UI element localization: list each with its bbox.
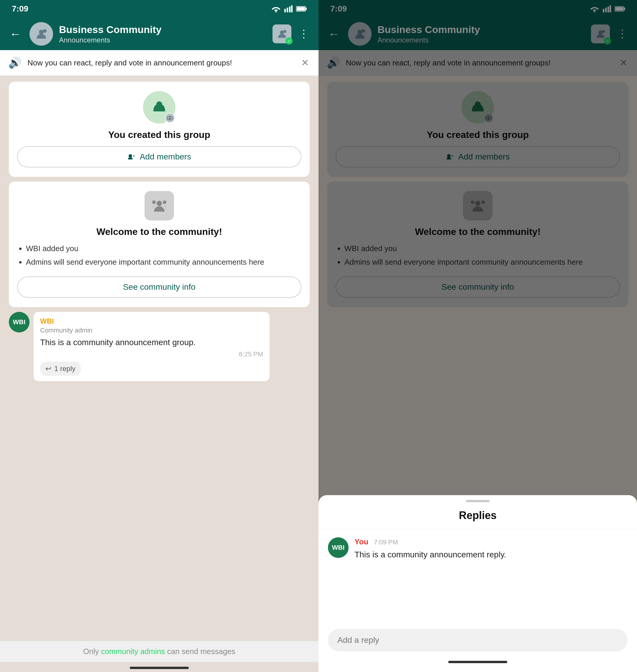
back-button[interactable]: ← (7, 25, 23, 43)
message-time: 8:25 PM (40, 351, 263, 358)
sheet-you-label: You (354, 537, 368, 546)
header-title: Business Community (59, 24, 267, 35)
status-icons (271, 5, 307, 12)
see-community-info-label: See community info (123, 282, 196, 292)
group-created-title: You created this group (108, 129, 210, 140)
home-indicator (0, 662, 318, 672)
header-group-icon[interactable]: ✓ (273, 24, 291, 43)
announcement-banner: 🔊 Now you can react, reply and vote in a… (0, 50, 318, 76)
svg-point-9 (43, 29, 47, 33)
message-sender: WBI (40, 317, 263, 325)
status-bar: 7:09 (0, 0, 318, 18)
svg-point-14 (169, 117, 170, 119)
menu-dots-button[interactable]: ⋮ (296, 25, 311, 42)
reply-input[interactable] (328, 629, 627, 651)
welcome-title: Welcome to the community! (96, 226, 222, 237)
sheet-handle-bar (466, 500, 490, 502)
group-icon-circle (143, 91, 176, 124)
svg-point-17 (163, 201, 166, 204)
header-subtitle: Announcements (59, 36, 267, 44)
megaphone-icon: 🔊 (8, 57, 21, 69)
home-bar (130, 667, 189, 669)
header-avatar (30, 22, 53, 46)
sheet-reply-row: WBI You 7:09 PM This is a community anno… (318, 529, 637, 568)
group-created-card: You created this group Add members (9, 82, 310, 177)
banner-close-button[interactable]: ✕ (300, 56, 310, 70)
svg-point-18 (152, 201, 156, 204)
right-panel: 7:09 ← Business Community Announcements … (318, 0, 637, 672)
svg-rect-3 (289, 6, 290, 12)
svg-point-16 (157, 201, 162, 206)
svg-rect-2 (287, 8, 288, 12)
sheet-message-content: You 7:09 PM This is a community announce… (354, 537, 627, 560)
message-role: Community admin (40, 326, 263, 334)
bullet-2: Admins will send everyone important comm… (26, 257, 302, 267)
chat-area: You created this group Add members Welco… (0, 76, 318, 641)
svg-rect-6 (306, 8, 307, 10)
svg-rect-4 (291, 5, 293, 12)
footer-text: Only (83, 647, 101, 656)
sheet-title: Replies (318, 505, 637, 529)
header-info: Business Community Announcements (59, 24, 267, 44)
time: 7:09 (12, 4, 28, 14)
bullet-1: WBI added you (26, 243, 302, 254)
camera-badge[interactable] (165, 113, 175, 123)
header-actions: ✓ ⋮ (273, 24, 311, 43)
reply-badge[interactable]: ↩ 1 reply (40, 362, 81, 376)
message-bubble: WBI Community admin This is a community … (34, 312, 270, 381)
left-panel: 7:09 ← Business Community Announcements … (0, 0, 318, 672)
welcome-bullets: WBI added you Admins will send everyone … (17, 243, 302, 270)
svg-point-8 (39, 30, 44, 35)
reply-count: 1 reply (54, 365, 75, 373)
svg-point-12 (156, 101, 162, 107)
message-row: WBI WBI Community admin This is a commun… (9, 312, 310, 381)
reply-icon: ↩ (46, 365, 51, 373)
add-members-button[interactable]: Add members (17, 146, 302, 167)
sheet-reply-text: This is a community announcement reply. (354, 549, 627, 560)
right-home-bar (448, 661, 507, 663)
svg-point-0 (275, 11, 277, 13)
welcome-card: Welcome to the community! WBI added you … (9, 182, 310, 307)
sender-avatar: WBI (9, 312, 30, 333)
header: ← Business Community Announcements ✓ ⋮ (0, 18, 318, 50)
chat-footer: Only community admins can send messages (0, 641, 318, 662)
community-admins-link[interactable]: community admins (101, 647, 165, 656)
message-text: This is a community announcement group. (40, 337, 263, 348)
svg-rect-7 (297, 7, 305, 11)
community-icon (145, 191, 174, 221)
sheet-avatar: WBI (328, 537, 349, 558)
sheet-input-row (318, 624, 637, 656)
svg-point-11 (284, 30, 286, 33)
add-members-label: Add members (140, 152, 191, 162)
sheet-handle (318, 495, 637, 505)
sheet-reply-time: 7:09 PM (374, 539, 398, 546)
see-community-info-button[interactable]: See community info (17, 277, 302, 298)
footer-text-suffix: can send messages (165, 647, 235, 656)
replies-bottom-sheet: Replies WBI You 7:09 PM This is a commun… (318, 495, 637, 672)
right-home-indicator (318, 656, 637, 666)
svg-point-10 (280, 30, 284, 34)
announcement-text: Now you can react, reply and vote in ann… (28, 57, 294, 68)
svg-rect-1 (284, 9, 286, 12)
verified-check: ✓ (286, 37, 293, 44)
